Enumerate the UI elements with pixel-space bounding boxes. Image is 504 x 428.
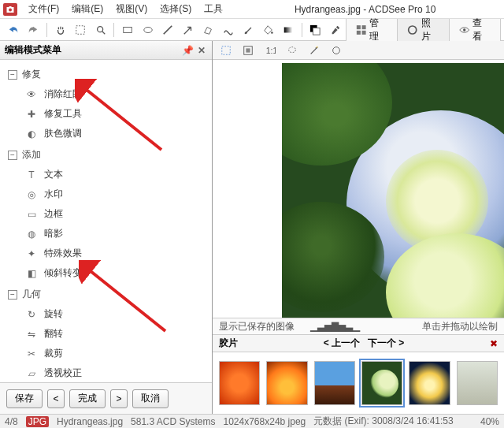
fill-tool[interactable]	[259, 21, 277, 39]
status-ratio: 4/8	[5, 416, 18, 427]
status-bar: 4/8 JPG Hydrangeas.jpg 581.3 ACD Systems…	[0, 414, 504, 428]
status-dims: 1024x768x24b jpeg	[223, 416, 306, 427]
group-add[interactable]: −添加	[8, 143, 204, 165]
status-zoom: 40%	[480, 416, 499, 427]
tool-border[interactable]: ▭边框	[8, 204, 204, 224]
redo-button[interactable]	[24, 21, 42, 39]
menu-file[interactable]: 文件(F)	[22, 1, 65, 18]
text-icon: T	[25, 169, 38, 181]
svg-point-1	[97, 26, 102, 32]
histogram-icon[interactable]: ▁▃▅▇▅▃▁	[310, 321, 360, 332]
status-info: 581.3 ACD Systems	[131, 416, 215, 427]
menu-tools[interactable]: 工具	[198, 1, 229, 18]
filmstrip-header: 胶片 < 上一个 下一个 > ✖	[213, 335, 504, 352]
tab-photo[interactable]: 照片	[398, 19, 449, 41]
tool-perspective[interactable]: ▱透视校正	[8, 363, 204, 382]
tool-tilt[interactable]: ◧倾斜转变	[8, 263, 204, 283]
collapse-icon[interactable]: −	[8, 290, 17, 300]
perspective-icon: ▱	[25, 367, 38, 380]
draw-poly[interactable]	[198, 21, 217, 39]
eyedropper[interactable]	[326, 21, 344, 39]
thumb-4[interactable]	[361, 361, 402, 405]
hint-label: 单击并拖动以绘制	[422, 320, 498, 333]
tool-text[interactable]: T文本	[8, 165, 204, 184]
svg-rect-16	[222, 46, 231, 54]
tool-repair[interactable]: ✚修复工具	[8, 104, 204, 124]
draw-arrow[interactable]	[179, 21, 197, 39]
save-button[interactable]: 保存	[6, 389, 43, 408]
view-toolbar: 1:1	[213, 41, 504, 60]
pin-icon[interactable]: 📌	[182, 45, 193, 56]
thumb-5[interactable]	[409, 361, 450, 405]
select-tool[interactable]	[71, 21, 89, 39]
gradient-tool[interactable]	[279, 21, 297, 39]
svg-text:1:1: 1:1	[266, 45, 276, 54]
draw-curve[interactable]	[219, 21, 237, 39]
menu-view[interactable]: 视图(V)	[109, 1, 154, 18]
filmstrip-prev[interactable]: < 上一个	[324, 337, 360, 350]
filmstrip-next[interactable]: 下一个 >	[368, 337, 404, 350]
done-button[interactable]: 完成	[69, 389, 106, 408]
undo-button[interactable]	[4, 21, 22, 39]
panel-title: 编辑模式菜单	[5, 43, 61, 57]
thumb-3[interactable]	[314, 361, 355, 405]
svg-rect-12	[357, 30, 361, 34]
tool-skin[interactable]: ◐肤色微调	[8, 124, 204, 143]
window-title: Hydrangeas.jpg - ACDSee Pro 10	[229, 4, 501, 15]
flip-icon: ⇋	[25, 328, 38, 341]
svg-rect-13	[361, 30, 365, 34]
fit-icon[interactable]	[239, 42, 258, 59]
wand-icon[interactable]	[305, 42, 324, 59]
skin-icon: ◐	[25, 128, 38, 140]
svg-rect-9	[313, 28, 321, 35]
svg-point-6	[271, 32, 273, 34]
tool-redeye[interactable]: 👁消除红眼	[8, 84, 204, 104]
lasso-icon[interactable]	[283, 42, 302, 59]
effects-icon: ✦	[25, 247, 38, 260]
saved-label[interactable]: 显示已保存的图像	[219, 320, 295, 333]
thumb-2[interactable]	[266, 361, 307, 405]
edit-panel: 编辑模式菜单 📌 ✕ −修复 👁消除红眼 ✚修复工具 ◐肤色微调 −添加 T文本…	[0, 41, 213, 414]
menu-select[interactable]: 选择(S)	[154, 1, 198, 18]
tool-flip[interactable]: ⇋翻转	[8, 324, 204, 344]
tool-crop[interactable]: ✂裁剪	[8, 344, 204, 363]
filmstrip-label: 胶片	[219, 337, 238, 350]
tool-vignette[interactable]: ◍暗影	[8, 224, 204, 244]
zoom-tool[interactable]	[91, 21, 109, 39]
tab-manage[interactable]: 管理	[346, 19, 398, 41]
tool-watermark[interactable]: ◎水印	[8, 184, 204, 204]
draw-line[interactable]	[158, 21, 176, 39]
svg-line-5	[164, 25, 172, 34]
group-repair[interactable]: −修复	[8, 63, 204, 84]
tool-rotate[interactable]: ↻旋转	[8, 304, 204, 324]
eye-icon: 👁	[25, 88, 38, 101]
draw-ellipse[interactable]	[139, 21, 157, 39]
cancel-button[interactable]: 取消	[132, 389, 169, 408]
panel-header: 编辑模式菜单 📌 ✕	[0, 41, 212, 60]
actual-icon[interactable]: 1:1	[261, 42, 280, 59]
pan-tool[interactable]	[51, 21, 69, 39]
draw-rect[interactable]	[118, 21, 136, 39]
brush-tool[interactable]	[239, 21, 257, 39]
tab-view[interactable]: 查看	[450, 19, 501, 41]
collapse-icon[interactable]: −	[8, 151, 17, 160]
menu-edit[interactable]: 编辑(E)	[65, 1, 109, 18]
next-button[interactable]: >	[110, 389, 128, 408]
group-geometry[interactable]: −几何	[8, 283, 204, 304]
marquee-icon[interactable]	[217, 42, 235, 59]
svg-point-20	[317, 46, 318, 47]
prev-button[interactable]: <	[47, 389, 65, 408]
svg-rect-3	[124, 27, 132, 32]
thumb-6[interactable]	[457, 361, 498, 405]
brush-sel-icon[interactable]	[327, 42, 346, 59]
svg-line-2	[102, 31, 105, 34]
collapse-icon[interactable]: −	[8, 70, 17, 80]
close-icon[interactable]: ✕	[196, 45, 207, 56]
tool-special[interactable]: ✦特殊效果	[8, 244, 204, 263]
svg-rect-0	[76, 25, 85, 34]
image-viewport[interactable]	[213, 60, 504, 318]
rotate-icon: ↻	[25, 308, 38, 321]
filmstrip-close[interactable]: ✖	[490, 338, 498, 349]
color-fg[interactable]	[306, 21, 324, 39]
thumb-1[interactable]	[219, 361, 260, 405]
